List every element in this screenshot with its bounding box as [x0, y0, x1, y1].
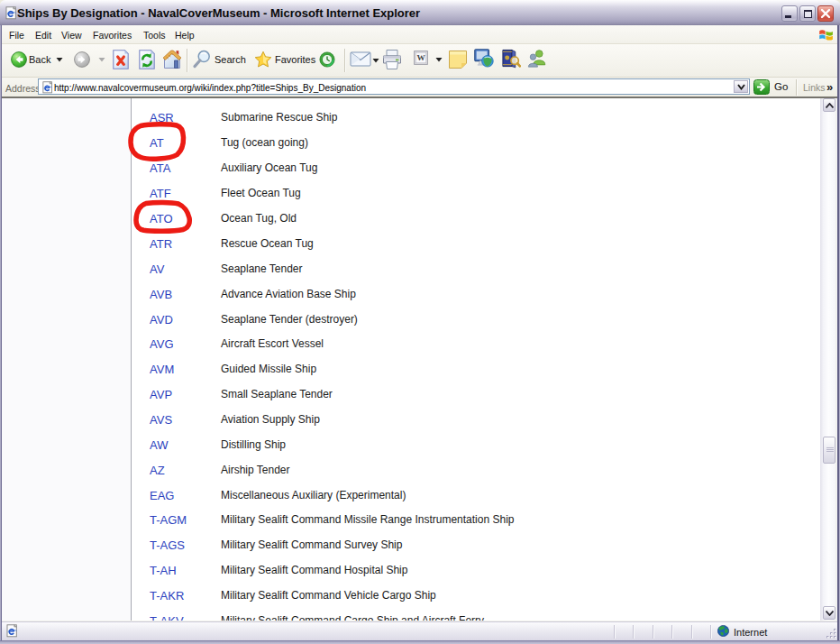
svg-text:W: W	[416, 53, 425, 62]
